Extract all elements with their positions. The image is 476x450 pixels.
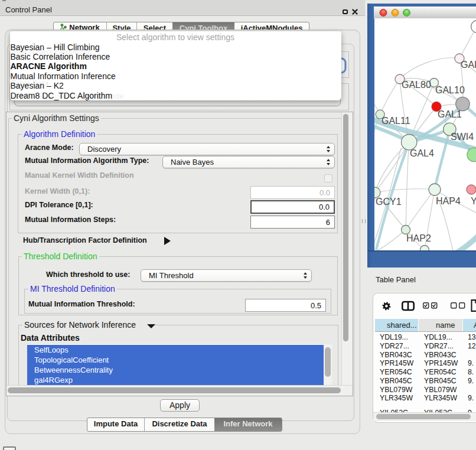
svg-text:GAL1: GAL1 <box>438 109 462 119</box>
svg-text:GAL80: GAL80 <box>402 80 431 90</box>
svg-text:GAL7: GAL7 <box>461 60 476 70</box>
svg-text:Y: Y <box>471 196 476 206</box>
svg-text:GCY1: GCY1 <box>376 197 402 207</box>
svg-text:GAL11: GAL11 <box>382 116 410 126</box>
svg-text:GAL4: GAL4 <box>410 148 434 158</box>
svg-text:HAP4: HAP4 <box>436 196 461 206</box>
svg-text:GAL10: GAL10 <box>435 85 465 95</box>
svg-text:HAP2: HAP2 <box>406 233 431 243</box>
svg-text:SWI4: SWI4 <box>451 132 474 142</box>
